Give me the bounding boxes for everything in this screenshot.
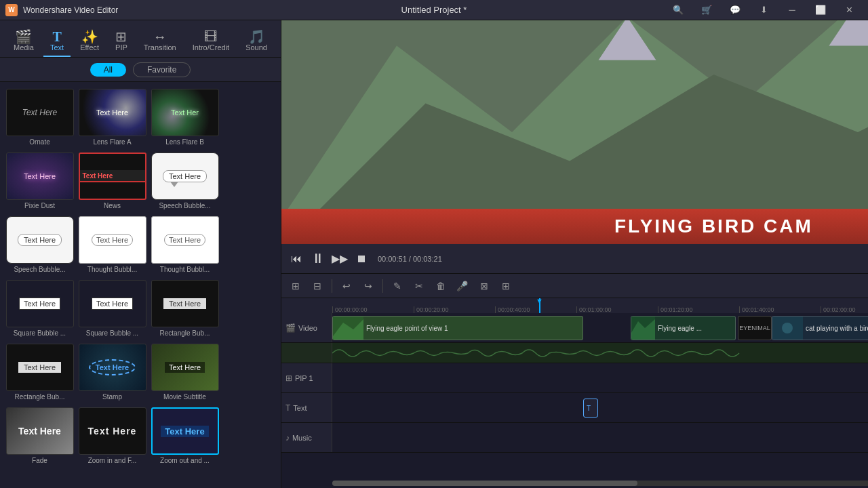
video-clip-logo[interactable]: EYENIMAL <box>738 316 772 340</box>
split-button[interactable]: ✂ <box>410 277 428 295</box>
tab-transition[interactable]: ↔ Transition <box>137 26 183 57</box>
download-icon[interactable]: ⬇ <box>750 0 777 20</box>
delete-button[interactable]: 🗑 <box>432 277 450 295</box>
clip-3-thumbnail <box>772 316 803 340</box>
text-track-icon: T <box>285 403 290 413</box>
fit-view-button[interactable]: ⊞ <box>287 277 304 295</box>
play-pause-button[interactable]: ⏸ <box>309 249 328 268</box>
thumb-pixie-dust[interactable]: Text Here Pixie Dust <box>4 150 75 212</box>
thumb-zoom-out-preview: Text Here <box>151 407 219 455</box>
tab-text[interactable]: T Text <box>43 26 71 57</box>
left-panel: 🎬 Media T Text ✨ Effect ⊞ PIP ↔ Transiti… <box>0 20 281 488</box>
thumbnails-grid: Text Here Ornate Text Here Lens Flare A … <box>0 82 281 488</box>
step-forward-button[interactable]: ▶▶ <box>330 249 349 268</box>
video-clip-3[interactable]: cat playing with a bird, really very coo… <box>772 316 868 340</box>
maximize-button[interactable]: ⬜ <box>807 0 834 20</box>
ruler-mark-5: 00:01:40:00 <box>739 306 821 313</box>
edit-button[interactable]: ✎ <box>389 277 406 295</box>
thumb-speech-bubble-2[interactable]: Text Here Speech Bubble... <box>4 214 75 276</box>
video-track: 🎬 Video Flying eagle po <box>281 313 868 343</box>
thumb-lens-flare-a[interactable]: Text Here Lens Flare A <box>77 86 148 148</box>
thumb-ornate[interactable]: Text Here Ornate <box>4 86 75 148</box>
thumb-speech-bubble-1-preview: Text Here <box>151 152 219 200</box>
clip-3-thumb <box>772 316 803 340</box>
thumb-thought-bubble-2[interactable]: Text Here Thought Bubbl... <box>149 214 220 276</box>
video-clip-1[interactable]: Flying eagle point of view 1 <box>332 316 583 340</box>
video-track-label: 🎬 Video <box>281 313 332 342</box>
thumb-rect-bubble-2[interactable]: Text Here Rectangle Bub... <box>4 341 75 403</box>
minimize-button[interactable]: ─ <box>778 0 806 20</box>
titlebar: W Wondershare Video Editor Untitled Proj… <box>0 0 868 20</box>
text-track: T Text T <box>281 393 868 423</box>
thumb-stamp-label: Stamp <box>79 393 146 401</box>
skip-back-button[interactable]: ⏮ <box>287 249 306 268</box>
music-track: ♪ Music <box>281 423 868 453</box>
main-layout: 🎬 Media T Text ✨ Effect ⊞ PIP ↔ Transiti… <box>0 20 868 488</box>
store-icon[interactable]: 🛒 <box>693 0 720 20</box>
record-button[interactable]: 🎤 <box>454 277 471 295</box>
tabs-bar: 🎬 Media T Text ✨ Effect ⊞ PIP ↔ Transiti… <box>0 20 281 58</box>
grid-view-button[interactable]: ⊟ <box>309 277 326 295</box>
thumb-lens-flare-b-preview: Text Her <box>151 89 219 136</box>
timeline-hscroll-thumb[interactable] <box>332 481 637 486</box>
ruler-marks-container: 00:00:00:00 00:00:20:00 00:00:40:00 00:0… <box>332 298 868 313</box>
help-icon[interactable]: 🔍 <box>665 0 692 20</box>
filter-all-button[interactable]: All <box>90 63 126 77</box>
tab-pip-label: PIP <box>115 43 127 52</box>
filter-favorite-button[interactable]: Favorite <box>133 62 191 77</box>
thumb-pixie-dust-preview: Text Here <box>6 152 74 200</box>
thumb-rect-bubble-1-label: Rectangle Bub... <box>151 329 219 337</box>
thumb-square-bubble-2[interactable]: Text Here Square Bubble ... <box>77 277 148 340</box>
thumb-stamp[interactable]: Text Here Stamp <box>77 341 148 403</box>
undo-button[interactable]: ↩ <box>338 277 355 295</box>
thumb-rect-bubble-1[interactable]: Text Here Rectangle Bub... <box>149 277 220 340</box>
thumb-zoom-out[interactable]: Text Here Zoom out and ... <box>149 405 220 467</box>
playback-controls: ⏮ ⏸ ▶▶ ⏹ 00:00:51 / 00:03:21 🔊 📷 ⛶ <box>281 244 868 274</box>
detach-audio-button[interactable]: ⊠ <box>475 277 493 295</box>
thumb-zoom-in[interactable]: Text Here Zoom in and F... <box>77 405 148 467</box>
tab-effect[interactable]: ✨ Effect <box>73 26 106 57</box>
thumb-lens-flare-b[interactable]: Text Her Lens Flare B <box>149 86 220 148</box>
tab-sound-label: Sound <box>245 43 267 52</box>
thumb-square-bubble-1-label: Square Bubble ... <box>6 329 74 337</box>
thumb-fade-preview: Text Here <box>6 407 74 455</box>
clip-1-thumbnail <box>333 316 363 340</box>
playhead[interactable] <box>539 298 540 313</box>
text-track-content[interactable]: T <box>332 393 868 422</box>
tab-pip[interactable]: ⊞ PIP <box>108 26 134 57</box>
redo-button[interactable]: ↪ <box>359 277 377 295</box>
tab-sound[interactable]: 🎵 Sound <box>239 26 274 57</box>
thumb-fade[interactable]: Text Here Fade <box>4 405 75 467</box>
thumb-speech-bubble-1[interactable]: Text Here Speech Bubble... <box>149 150 220 212</box>
thumb-news[interactable]: Text Here News <box>77 150 148 212</box>
pip1-track-name: PIP 1 <box>295 374 313 382</box>
timeline-hscroll-track[interactable] <box>332 481 868 486</box>
audio-waveform-track <box>281 343 868 363</box>
video-track-content[interactable]: Flying eagle point of view 1 Fly <box>332 313 868 342</box>
close-button[interactable]: ✕ <box>835 0 863 20</box>
thumb-thought-bubble-1[interactable]: Text Here Thought Bubbl... <box>77 214 148 276</box>
thumb-ornate-label: Ornate <box>6 138 74 146</box>
sound-icon: 🎵 <box>248 30 265 43</box>
thumb-speech-bubble-2-preview: Text Here <box>6 216 74 264</box>
ruler-mark-3: 00:01:00:00 <box>576 306 658 313</box>
chat-icon[interactable]: 💬 <box>722 0 749 20</box>
video-clip-2[interactable]: Flying eagle ... <box>631 316 736 340</box>
thumb-movie-sub[interactable]: Text Here Movie Subtitle <box>149 341 220 403</box>
tab-media[interactable]: 🎬 Media <box>7 26 41 57</box>
ruler-mark-0: 00:00:00:00 <box>332 306 414 313</box>
pip1-track-content[interactable] <box>332 363 868 392</box>
more-button[interactable]: ⊞ <box>497 277 515 295</box>
thumb-lens-flare-a-preview: Text Here <box>79 89 146 136</box>
thumb-speech-bubble-2-label: Speech Bubble... <box>6 266 74 273</box>
tab-transition-label: Transition <box>144 43 176 52</box>
thumb-square-bubble-1[interactable]: Text Here Square Bubble ... <box>4 277 75 340</box>
stop-button[interactable]: ⏹ <box>352 249 371 268</box>
pip1-track-label: ⊞ PIP 1 <box>281 363 332 392</box>
music-track-content[interactable] <box>332 423 868 452</box>
text-clip-1[interactable]: T <box>583 399 598 418</box>
thumb-zoom-in-preview: Text Here <box>79 407 146 455</box>
timeline-scrollbar <box>281 479 868 488</box>
tab-intro-credit[interactable]: 🎞 Intro/Credit <box>186 26 236 57</box>
music-track-label: ♪ Music <box>281 423 332 452</box>
